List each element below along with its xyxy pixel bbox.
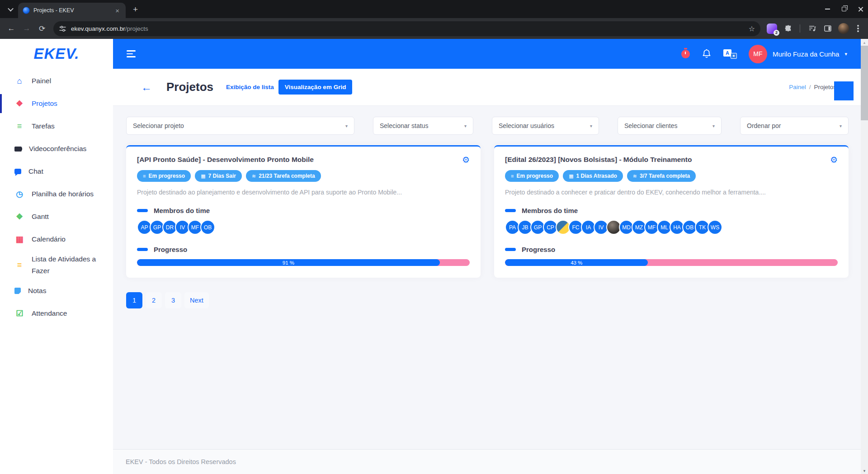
user-name: Murilo Fuza da Cunha: [773, 50, 840, 58]
sidebar-item-painel[interactable]: ⌂Painel: [0, 70, 113, 92]
close-icon[interactable]: [858, 6, 863, 12]
sidebar-nav: ⌂Painel❖Projetos≡TarefasVideoconferência…: [0, 69, 113, 325]
logo-box[interactable]: EKEV.: [0, 39, 113, 69]
browser-profile-avatar[interactable]: [838, 23, 849, 34]
filter-placeholder: Selecionar projeto: [133, 122, 340, 129]
breadcrumb-painel[interactable]: Painel: [789, 84, 806, 90]
sidebar-item-label: Notas: [28, 285, 47, 297]
toolbar-separator: [800, 24, 800, 33]
sidebar-item-planilha-de-horarios[interactable]: ◷Planilha de horários: [0, 183, 113, 205]
progress-section-row: Progresso: [137, 246, 470, 253]
sidebar-item-chat[interactable]: Chat: [0, 160, 113, 183]
progress-value: 43 %: [571, 260, 582, 265]
tab-close-icon[interactable]: ×: [113, 6, 121, 15]
status-badge: ≡Em progresso: [137, 170, 191, 182]
sidebar-item-attendance[interactable]: ☑Attendance: [0, 302, 113, 325]
media-playlist-icon[interactable]: [806, 22, 819, 35]
sidebar-item-label: Lista de Atividades a Fazer: [32, 253, 107, 277]
member-avatar[interactable]: WS: [708, 220, 722, 235]
sidebar-item-videoconferencias[interactable]: Videoconferências: [0, 137, 113, 160]
forward-icon[interactable]: →: [20, 22, 33, 35]
sidebar-item-label: Planilha de horários: [32, 188, 94, 200]
badge-row: ≡Em progresso▦1 Dias Atrasado≋3/7 Tarefa…: [505, 170, 838, 182]
browser-menu-icon[interactable]: [857, 28, 859, 29]
pagination-page-2[interactable]: 2: [146, 292, 162, 308]
sidebar-item-label: Chat: [28, 166, 43, 177]
pagination-page-1[interactable]: 1: [126, 292, 142, 308]
progress-label: Progresso: [154, 246, 187, 253]
timer-icon[interactable]: [681, 50, 690, 58]
caret-down-icon: ▾: [464, 123, 467, 128]
scrollbar-thumb[interactable]: [861, 46, 868, 120]
reload-icon[interactable]: ⟳: [35, 22, 49, 35]
gear-icon[interactable]: ⚙: [462, 156, 470, 164]
browser-tab[interactable]: Projects - EKEV ×: [18, 3, 126, 18]
back-icon[interactable]: ←: [5, 22, 18, 35]
task-list-icon: ≡: [14, 122, 24, 130]
sidebar-item-gantt[interactable]: ❖Gantt: [0, 205, 113, 228]
site-settings-icon[interactable]: [59, 25, 66, 33]
sidebar-item-label: Videoconferências: [29, 143, 86, 155]
filter-select-status[interactable]: Selecionar status▾: [373, 117, 473, 135]
minimize-icon[interactable]: [825, 9, 830, 9]
status-badge: ≋21/23 Tarefa completa: [246, 170, 321, 182]
user-caret-icon: ▾: [844, 51, 847, 57]
new-tab-button[interactable]: +: [130, 5, 141, 14]
scroll-up-icon[interactable]: ▴: [861, 39, 868, 46]
badge-row: ≡Em progresso▦7 Dias Sair≋21/23 Tarefa c…: [137, 170, 470, 182]
sidebar-item-lista-de-atividades[interactable]: ≡Lista de Atividades a Fazer: [0, 251, 113, 280]
app-footer: EKEV - Todos os Direitos Reservados: [113, 449, 861, 474]
sidebar-item-tarefas[interactable]: ≡Tarefas: [0, 115, 113, 137]
user-avatar[interactable]: MF: [749, 45, 767, 63]
status-badge: ≡Em progresso: [505, 170, 559, 182]
breadcrumb: Painel / Projetos: [789, 84, 836, 90]
site-favicon: [23, 7, 30, 14]
user-menu[interactable]: MF Murilo Fuza da Cunha ▾: [749, 45, 847, 63]
translate-icon[interactable]: A ★: [723, 49, 737, 59]
filter-placeholder: Selecionar clientes: [624, 122, 707, 129]
notifications-bell-icon[interactable]: [702, 48, 712, 59]
filter-select-usuarios[interactable]: Selecionar usuários▾: [492, 117, 599, 135]
filter-select-clientes[interactable]: Selecionar clientes▾: [618, 117, 722, 135]
page-title: Projetos: [166, 80, 213, 94]
filter-select-projeto[interactable]: Selecionar projeto▾: [126, 117, 354, 135]
dash-icon: [505, 248, 516, 251]
quick-panel-toggle[interactable]: [834, 81, 854, 100]
header-actions: A ★ MF Murilo Fuza da Cunha ▾: [681, 45, 847, 63]
project-title: [Edital 26/2023] [Novos Bolsistas] - Mód…: [505, 156, 830, 164]
side-panel-icon[interactable]: [821, 22, 835, 35]
scroll-down-icon[interactable]: ▾: [861, 467, 868, 474]
chat-bubble-icon: [14, 169, 21, 174]
restore-icon[interactable]: [842, 7, 846, 11]
page-back-arrow[interactable]: ←: [141, 82, 152, 93]
page-scrollbar[interactable]: ▴ ▾: [861, 39, 868, 474]
gear-icon[interactable]: ⚙: [830, 156, 838, 164]
tab-search-button[interactable]: [4, 2, 17, 16]
pagination-next[interactable]: Next: [184, 292, 209, 308]
extensions-puzzle-icon[interactable]: [781, 22, 794, 35]
extension-icon[interactable]: 2: [767, 24, 777, 34]
url-bar[interactable]: ekev.quanyx.com.br/projects ☆: [53, 21, 760, 36]
sidebar-item-calendario[interactable]: ▦Calendário: [0, 228, 113, 251]
list-view-link[interactable]: Exibição de lista: [226, 84, 274, 90]
hamburger-menu-icon[interactable]: [127, 50, 136, 57]
breadcrumb-current: Projetos: [814, 84, 836, 90]
sidebar-item-projetos[interactable]: ❖Projetos: [0, 92, 113, 115]
bookmark-star-icon[interactable]: ☆: [749, 24, 755, 33]
url-host: ekev.quanyx.com.br: [71, 25, 125, 32]
clipboard-check-icon: ☑: [14, 309, 24, 318]
sidebar-item-label: Projetos: [32, 98, 57, 109]
pagination-page-3[interactable]: 3: [165, 292, 181, 308]
tab-strip: Projects - EKEV × +: [0, 0, 868, 18]
project-description: Projeto destinado a conhecer e praticar …: [505, 189, 838, 196]
sidebar-item-notas[interactable]: Notas: [0, 280, 113, 302]
grid-view-button[interactable]: Visualização em Grid: [278, 80, 353, 95]
filter-select-ordenar[interactable]: Ordenar por▾: [740, 117, 849, 135]
main-column: A ★ MF Murilo Fuza da Cunha ▾ ← Projetos…: [113, 39, 861, 474]
dash-icon: [137, 209, 148, 212]
status-badge: ≋3/7 Tarefa completa: [627, 170, 696, 182]
sidebar-item-label: Painel: [32, 75, 51, 87]
member-avatar[interactable]: OB: [200, 220, 215, 235]
gantt-layers-icon: ❖: [14, 213, 24, 221]
calendar-icon: ▦: [569, 173, 573, 179]
